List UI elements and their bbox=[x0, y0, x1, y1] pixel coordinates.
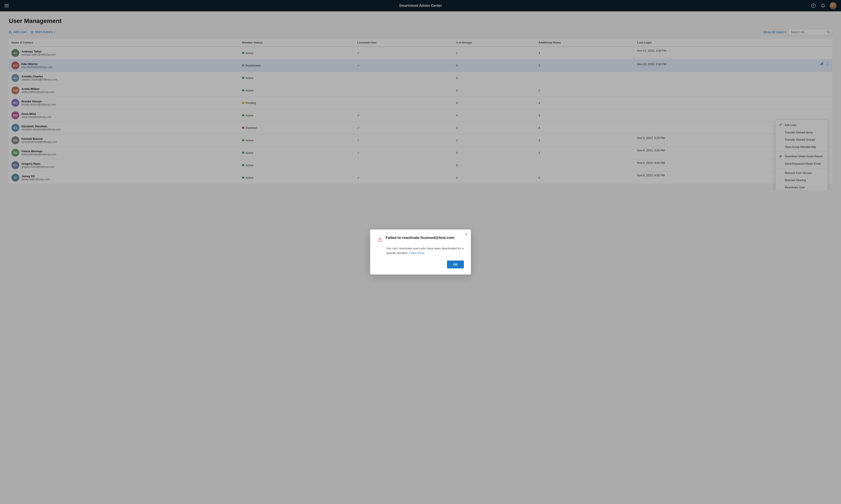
modal-overlay[interactable]: ✕ ⚠ Failed to reactivate licensed@test.c… bbox=[0, 0, 841, 190]
